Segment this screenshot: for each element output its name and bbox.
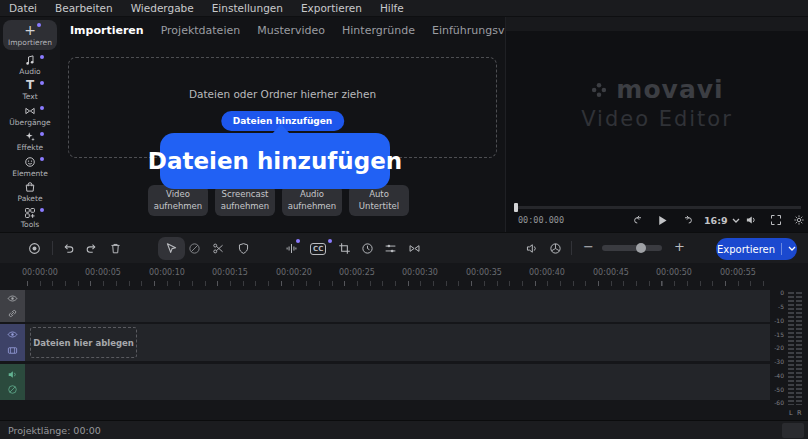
track-1-body[interactable]: [25, 290, 770, 322]
meter-scale-label: -30: [774, 358, 784, 365]
meter-scale-label: -10: [774, 317, 784, 324]
sidebar: + Importieren Audio T Text Übergänge Eff…: [0, 17, 60, 233]
audio-level-meter: 0 -5 -10 -15 -20 -30 -40 -50 -60 L R: [770, 263, 808, 420]
tab-projektdateien[interactable]: Projektdateien: [161, 24, 241, 37]
track-3-body[interactable]: [25, 364, 770, 400]
timeline-ruler[interactable]: [27, 281, 767, 286]
zoom-out-icon[interactable]: −: [583, 239, 594, 254]
tab-mustervideo[interactable]: Mustervideo: [257, 24, 325, 37]
unlink-icon[interactable]: [7, 384, 18, 395]
trash-icon[interactable]: [109, 242, 122, 255]
clock-speed-icon[interactable]: [361, 242, 374, 255]
channel-label-left: L: [789, 409, 793, 417]
tab-hintergruende[interactable]: Hintergründe: [342, 24, 415, 37]
track-dropzone-hint: Dateien hier ablegen: [33, 338, 134, 348]
track-2-header: [0, 324, 25, 361]
sidebar-item-elemente[interactable]: Elemente: [0, 154, 60, 180]
movavi-logo-icon: [590, 81, 608, 99]
next-frame-icon[interactable]: [682, 214, 694, 226]
transitions-bowtie-icon: [24, 105, 36, 117]
resize-grip[interactable]: [782, 423, 804, 438]
tab-importieren[interactable]: Importieren: [70, 24, 144, 37]
divider: [781, 243, 782, 255]
zoom-in-icon[interactable]: +: [674, 239, 685, 254]
aspect-ratio-select[interactable]: 16:9: [704, 215, 740, 226]
eye-icon[interactable]: [7, 293, 18, 304]
menu-wiedergabe[interactable]: Wiedergabe: [131, 2, 194, 14]
sidebar-item-audio[interactable]: Audio: [0, 52, 60, 78]
previous-frame-icon[interactable]: [632, 214, 644, 226]
play-button[interactable]: [656, 214, 669, 227]
ruler-label: 00:00:55: [720, 268, 756, 277]
sidebar-item-text[interactable]: T Text: [0, 78, 60, 104]
ruler-label: 00:00:20: [276, 268, 312, 277]
ruler-label: 00:00:25: [339, 268, 375, 277]
settings-gear-icon[interactable]: [793, 214, 805, 226]
sidebar-item-pakete[interactable]: Pakete: [0, 180, 60, 206]
audio-edit-icon[interactable]: [285, 242, 298, 255]
sidebar-item-tools[interactable]: Tools: [0, 205, 60, 231]
new-badge-dot: [40, 81, 44, 85]
crop-icon[interactable]: [338, 242, 351, 255]
record-icon[interactable]: [28, 242, 41, 255]
redo-icon[interactable]: [85, 242, 98, 255]
ruler-label: 00:00:40: [529, 268, 565, 277]
menu-bearbeiten[interactable]: Bearbeiten: [55, 2, 113, 14]
track-dropzone[interactable]: Dateien hier ablegen: [30, 327, 137, 358]
film-strip-icon[interactable]: [7, 345, 18, 356]
sparkle-icon: [24, 130, 36, 142]
unlink-icon[interactable]: [188, 242, 201, 255]
sidebar-item-uebergaenge[interactable]: Übergänge: [0, 103, 60, 129]
eye-icon[interactable]: [7, 329, 18, 340]
dropzone-hint-text: Dateien oder Ordner hierher ziehen: [69, 88, 496, 100]
ruler-label: 00:00:10: [149, 268, 185, 277]
ruler-label: 00:00:15: [212, 268, 248, 277]
smiley-icon: [24, 156, 36, 168]
menu-datei[interactable]: Datei: [9, 2, 37, 14]
cursor-tool-icon[interactable]: [165, 242, 178, 255]
link-icon[interactable]: [7, 308, 18, 319]
fullscreen-icon[interactable]: [770, 214, 782, 226]
preview-panel: movavi Video Editor 00:00.000 16:9: [505, 17, 808, 232]
zoom-slider-handle[interactable]: [636, 243, 646, 253]
transition-wizard-icon[interactable]: [408, 242, 421, 255]
clip-volume-icon[interactable]: [525, 242, 538, 255]
scissors-cut-icon[interactable]: [212, 242, 225, 255]
ruler-label: 00:00:45: [593, 268, 629, 277]
color-wheel-icon[interactable]: [549, 242, 562, 255]
channel-label-right: R: [797, 409, 802, 417]
new-badge-dot: [328, 239, 332, 243]
import-tabs: Importieren Projektdateien Mustervideo H…: [60, 17, 505, 44]
ruler-label: 00:00:50: [656, 268, 692, 277]
ruler-label: 00:00:30: [402, 268, 438, 277]
timeline-zoom-slider[interactable]: [602, 245, 662, 251]
timeline-toolbar: CC − + Exportieren: [0, 232, 808, 263]
record-buttons-row: Video aufnehmen Screencast aufnehmen Aud…: [148, 185, 409, 216]
undo-icon[interactable]: [62, 242, 75, 255]
record-audio-button[interactable]: Audio aufnehmen: [282, 185, 342, 216]
new-badge-dot: [40, 106, 44, 110]
menu-hilfe[interactable]: Hilfe: [380, 2, 404, 14]
new-badge-dot: [40, 157, 44, 161]
tooltip-text: Dateien hinzufügen: [148, 148, 402, 174]
record-screencast-button[interactable]: Screencast aufnehmen: [215, 185, 275, 216]
ruler-label: 00:00:35: [466, 268, 502, 277]
sidebar-item-importieren[interactable]: + Importieren: [3, 20, 57, 50]
sidebar-item-effekte[interactable]: Effekte: [0, 129, 60, 155]
record-video-button[interactable]: Video aufnehmen: [148, 185, 208, 216]
export-button[interactable]: Exportieren: [716, 238, 797, 260]
sliders-adjust-icon[interactable]: [384, 242, 397, 255]
volume-icon[interactable]: [745, 214, 757, 226]
plus-icon: +: [24, 24, 36, 37]
new-badge-dot: [37, 23, 41, 27]
shield-icon[interactable]: [237, 242, 250, 255]
speaker-icon[interactable]: [7, 369, 18, 380]
menu-einstellungen[interactable]: Einstellungen: [212, 2, 283, 14]
menu-exportieren[interactable]: Exportieren: [301, 2, 362, 14]
auto-subtitles-button[interactable]: Auto Untertitel: [349, 185, 409, 216]
ruler-label: 00:00:00: [22, 268, 58, 277]
captions-icon[interactable]: CC: [310, 243, 326, 255]
music-note-icon: [24, 54, 36, 66]
chevron-down-icon: [788, 246, 796, 252]
new-badge-dot: [40, 55, 44, 59]
